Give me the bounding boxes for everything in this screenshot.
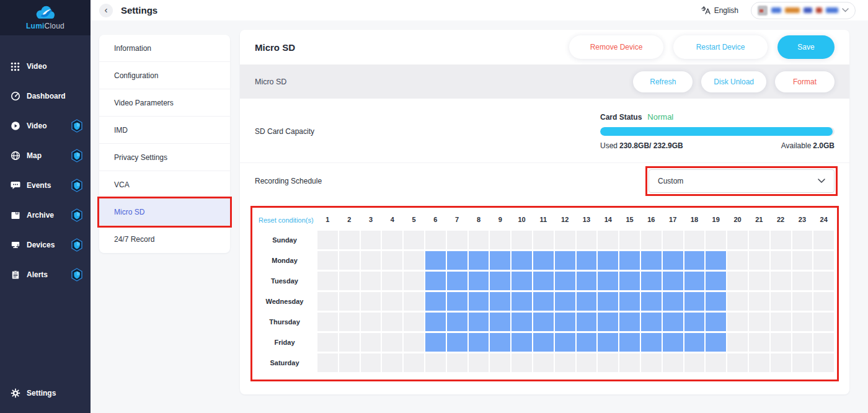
schedule-cell[interactable]: [512, 292, 532, 311]
schedule-cell[interactable]: [382, 272, 402, 290]
schedule-cell[interactable]: [469, 333, 489, 352]
schedule-cell[interactable]: [447, 333, 467, 352]
schedule-cell[interactable]: [533, 292, 554, 311]
schedule-cell[interactable]: [533, 272, 554, 290]
schedule-cell[interactable]: [490, 272, 510, 290]
schedule-cell[interactable]: [813, 251, 834, 270]
schedule-cell[interactable]: [339, 251, 360, 270]
schedule-cell[interactable]: [512, 231, 532, 249]
schedule-cell[interactable]: [339, 333, 360, 352]
schedule-cell[interactable]: [339, 313, 360, 331]
schedule-cell[interactable]: [447, 251, 467, 270]
schedule-cell[interactable]: [706, 353, 726, 372]
schedule-cell[interactable]: [425, 251, 446, 270]
schedule-cell[interactable]: [361, 272, 381, 290]
schedule-cell[interactable]: [555, 353, 575, 372]
settings-nav-item-24-7-record[interactable]: 24/7 Record: [99, 226, 230, 253]
schedule-cell[interactable]: [598, 272, 618, 290]
schedule-cell[interactable]: [512, 353, 532, 372]
schedule-cell[interactable]: [641, 231, 662, 249]
schedule-cell[interactable]: [706, 251, 726, 270]
schedule-cell[interactable]: [425, 313, 446, 331]
schedule-cell[interactable]: [490, 333, 510, 352]
schedule-cell[interactable]: [727, 292, 748, 311]
schedule-cell[interactable]: [663, 353, 683, 372]
schedule-cell[interactable]: [771, 251, 791, 270]
schedule-cell[interactable]: [425, 292, 446, 311]
schedule-cell[interactable]: [792, 353, 813, 372]
schedule-cell[interactable]: [749, 313, 769, 331]
schedule-cell[interactable]: [555, 231, 575, 249]
restart-device-button[interactable]: Restart Device: [673, 35, 768, 59]
settings-nav-item-video-parameters[interactable]: Video Parameters: [99, 89, 230, 117]
schedule-cell[interactable]: [490, 313, 510, 331]
schedule-cell[interactable]: [425, 333, 446, 352]
schedule-cell[interactable]: [641, 292, 662, 311]
back-button[interactable]: ‹: [99, 4, 113, 17]
sidebar-item-settings[interactable]: Settings: [0, 378, 91, 408]
settings-nav-item-privacy-settings[interactable]: Privacy Settings: [99, 144, 230, 171]
schedule-cell[interactable]: [771, 353, 791, 372]
schedule-cell[interactable]: [598, 251, 618, 270]
sidebar-item-video-2[interactable]: Video: [0, 111, 91, 141]
schedule-cell[interactable]: [792, 333, 813, 352]
schedule-cell[interactable]: [447, 272, 467, 290]
schedule-cell[interactable]: [577, 292, 597, 311]
schedule-cell[interactable]: [555, 313, 575, 331]
sidebar-item-events-4[interactable]: Events: [0, 171, 91, 200]
schedule-cell[interactable]: [425, 353, 446, 372]
schedule-cell[interactable]: [749, 333, 769, 352]
schedule-cell[interactable]: [382, 292, 402, 311]
schedule-cell[interactable]: [813, 272, 834, 290]
schedule-cell[interactable]: [382, 251, 402, 270]
schedule-cell[interactable]: [361, 231, 381, 249]
schedule-cell[interactable]: [339, 231, 360, 249]
schedule-cell[interactable]: [684, 333, 705, 352]
schedule-cell[interactable]: [619, 313, 640, 331]
schedule-cell[interactable]: [361, 353, 381, 372]
schedule-cell[interactable]: [641, 353, 662, 372]
schedule-cell[interactable]: [813, 353, 834, 372]
schedule-cell[interactable]: [771, 292, 791, 311]
schedule-cell[interactable]: [727, 251, 748, 270]
schedule-cell[interactable]: [792, 251, 813, 270]
schedule-cell[interactable]: [533, 313, 554, 331]
schedule-cell[interactable]: [684, 231, 705, 249]
settings-nav-item-micro-sd[interactable]: Micro SD: [99, 198, 230, 226]
schedule-cell[interactable]: [771, 272, 791, 290]
schedule-cell[interactable]: [469, 251, 489, 270]
schedule-cell[interactable]: [684, 251, 705, 270]
settings-nav-item-information[interactable]: Information: [99, 35, 230, 62]
schedule-cell[interactable]: [555, 251, 575, 270]
schedule-cell[interactable]: [598, 353, 618, 372]
schedule-cell[interactable]: [317, 272, 338, 290]
schedule-cell[interactable]: [447, 231, 467, 249]
schedule-cell[interactable]: [684, 272, 705, 290]
schedule-cell[interactable]: [490, 251, 510, 270]
schedule-cell[interactable]: [447, 353, 467, 372]
schedule-cell[interactable]: [771, 231, 791, 249]
schedule-cell[interactable]: [533, 231, 554, 249]
schedule-cell[interactable]: [792, 231, 813, 249]
schedule-cell[interactable]: [382, 353, 402, 372]
schedule-cell[interactable]: [663, 313, 683, 331]
schedule-cell[interactable]: [641, 333, 662, 352]
settings-nav-item-configuration[interactable]: Configuration: [99, 62, 230, 89]
schedule-cell[interactable]: [706, 333, 726, 352]
schedule-cell[interactable]: [404, 251, 424, 270]
sidebar-item-archive-5[interactable]: Archive: [0, 200, 91, 230]
schedule-cell[interactable]: [619, 333, 640, 352]
schedule-cell[interactable]: [813, 292, 834, 311]
schedule-cell[interactable]: [706, 292, 726, 311]
sidebar-item-alerts-7[interactable]: Alerts: [0, 260, 91, 290]
settings-nav-item-imd[interactable]: IMD: [99, 117, 230, 144]
schedule-cell[interactable]: [317, 333, 338, 352]
schedule-cell[interactable]: [727, 353, 748, 372]
schedule-cell[interactable]: [577, 313, 597, 331]
schedule-cell[interactable]: [404, 231, 424, 249]
schedule-cell[interactable]: [727, 272, 748, 290]
schedule-cell[interactable]: [727, 333, 748, 352]
reset-conditions-link[interactable]: Reset condition(s): [252, 216, 314, 224]
schedule-cell[interactable]: [382, 333, 402, 352]
schedule-cell[interactable]: [684, 292, 705, 311]
